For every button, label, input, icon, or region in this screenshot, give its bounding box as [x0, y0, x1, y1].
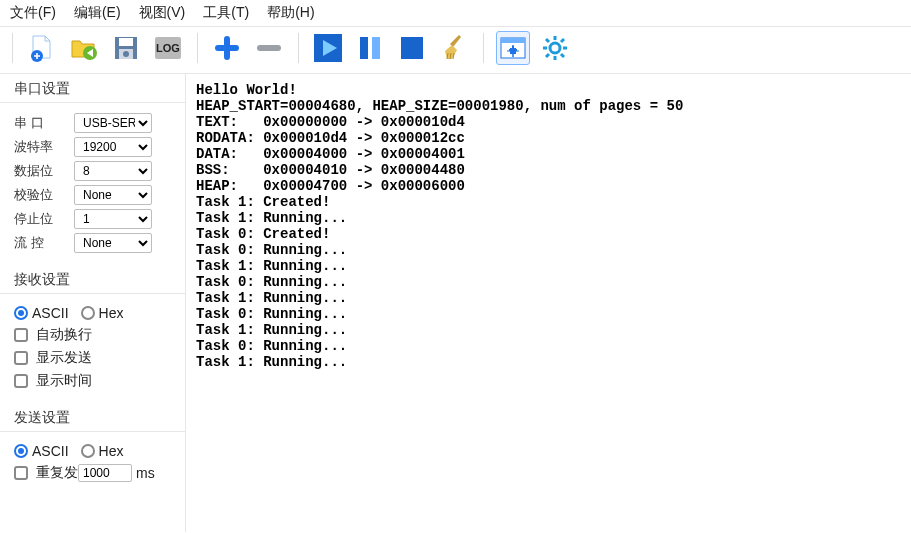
- send-hex-radio[interactable]: [81, 444, 95, 458]
- run-button[interactable]: [311, 31, 345, 65]
- recv-ascii-radio[interactable]: [14, 306, 28, 320]
- plus-icon: [214, 35, 240, 61]
- window-split-icon: [500, 37, 526, 59]
- stop-icon: [398, 34, 426, 62]
- serial-settings-header: 串口设置: [0, 74, 185, 103]
- stopbits-row: 停止位 1: [14, 209, 175, 229]
- toolbar-separator: [12, 33, 13, 63]
- menu-file[interactable]: 文件(F): [10, 4, 56, 22]
- recv-wrap-checkbox[interactable]: [14, 328, 28, 342]
- send-repeat-checkbox[interactable]: [14, 466, 28, 480]
- pause-icon: [356, 34, 384, 62]
- recv-ascii-label: ASCII: [32, 305, 69, 321]
- svg-rect-3: [119, 38, 133, 46]
- send-ascii-label: ASCII: [32, 443, 69, 459]
- stopbits-select[interactable]: 1: [74, 209, 152, 229]
- minus-icon: [256, 35, 282, 61]
- databits-label: 数据位: [14, 162, 66, 180]
- settings-button[interactable]: [538, 31, 572, 65]
- recv-show-send-row[interactable]: 显示发送: [14, 349, 175, 367]
- menu-help[interactable]: 帮助(H): [267, 4, 314, 22]
- save-icon: [113, 35, 139, 61]
- svg-rect-13: [501, 38, 525, 43]
- send-settings-body: ASCII Hex 重复发 ms: [0, 432, 185, 495]
- port-label: 串 口: [14, 114, 66, 132]
- open-folder-icon: [70, 35, 98, 61]
- recv-show-time-label: 显示时间: [36, 372, 92, 390]
- flow-label: 流 控: [14, 234, 66, 252]
- port-row: 串 口 USB-SER: [14, 113, 175, 133]
- parity-row: 校验位 None: [14, 185, 175, 205]
- recv-show-time-checkbox[interactable]: [14, 374, 28, 388]
- menu-edit[interactable]: 编辑(E): [74, 4, 121, 22]
- recv-show-send-label: 显示发送: [36, 349, 92, 367]
- databits-select[interactable]: 8: [74, 161, 152, 181]
- app-body: 串口设置 串 口 USB-SER 波特率 19200 数据位 8 校验位 Non…: [0, 73, 911, 532]
- send-repeat-row: 重复发 ms: [14, 464, 175, 482]
- flow-row: 流 控 None: [14, 233, 175, 253]
- toolbar-separator: [298, 33, 299, 63]
- open-folder-button[interactable]: [67, 31, 101, 65]
- recv-wrap-row[interactable]: 自动换行: [14, 326, 175, 344]
- gear-icon: [541, 34, 569, 62]
- recv-settings-header: 接收设置: [0, 265, 185, 294]
- save-button[interactable]: [109, 31, 143, 65]
- menu-tools[interactable]: 工具(T): [203, 4, 249, 22]
- log-icon: LOG: [154, 36, 182, 60]
- add-button[interactable]: [210, 31, 244, 65]
- databits-row: 数据位 8: [14, 161, 175, 181]
- recv-hex-radio[interactable]: [81, 306, 95, 320]
- send-ascii-radio[interactable]: [14, 444, 28, 458]
- baud-label: 波特率: [14, 138, 66, 156]
- clear-button[interactable]: [437, 31, 471, 65]
- pause-button[interactable]: [353, 31, 387, 65]
- stop-button[interactable]: [395, 31, 429, 65]
- svg-point-5: [123, 51, 129, 57]
- send-format-row: ASCII Hex: [14, 443, 175, 459]
- sidebar: 串口设置 串 口 USB-SER 波特率 19200 数据位 8 校验位 Non…: [0, 74, 186, 532]
- broom-icon: [441, 33, 467, 63]
- new-file-button[interactable]: [25, 31, 59, 65]
- new-file-icon: [29, 34, 55, 62]
- toolbar-separator: [197, 33, 198, 63]
- parity-select[interactable]: None: [74, 185, 152, 205]
- svg-text:LOG: LOG: [156, 42, 180, 54]
- recv-show-time-row[interactable]: 显示时间: [14, 372, 175, 390]
- send-repeat-unit: ms: [136, 465, 155, 481]
- menu-view[interactable]: 视图(V): [139, 4, 186, 22]
- baud-row: 波特率 19200: [14, 137, 175, 157]
- svg-point-15: [550, 43, 560, 53]
- remove-button[interactable]: [252, 31, 286, 65]
- baud-select[interactable]: 19200: [74, 137, 152, 157]
- send-settings-header: 发送设置: [0, 403, 185, 432]
- serial-settings-body: 串 口 USB-SER 波特率 19200 数据位 8 校验位 None 停止位…: [0, 103, 185, 265]
- play-icon: [314, 34, 342, 62]
- console-output: Hello World! HEAP_START=00004680, HEAP_S…: [186, 74, 911, 532]
- recv-hex-label: Hex: [99, 305, 124, 321]
- svg-rect-11: [401, 37, 423, 59]
- stopbits-label: 停止位: [14, 210, 66, 228]
- toolbar-separator: [483, 33, 484, 63]
- recv-show-send-checkbox[interactable]: [14, 351, 28, 365]
- toolbar: LOG: [0, 26, 911, 73]
- window-mode-button[interactable]: [496, 31, 530, 65]
- menubar: 文件(F) 编辑(E) 视图(V) 工具(T) 帮助(H): [0, 0, 911, 26]
- recv-format-row: ASCII Hex: [14, 305, 175, 321]
- send-repeat-input[interactable]: [78, 464, 132, 482]
- flow-select[interactable]: None: [74, 233, 152, 253]
- send-hex-label: Hex: [99, 443, 124, 459]
- send-repeat-label: 重复发: [36, 464, 78, 482]
- svg-rect-10: [372, 37, 380, 59]
- log-button[interactable]: LOG: [151, 31, 185, 65]
- svg-rect-9: [360, 37, 368, 59]
- recv-settings-body: ASCII Hex 自动换行 显示发送 显示时间: [0, 294, 185, 403]
- parity-label: 校验位: [14, 186, 66, 204]
- recv-wrap-label: 自动换行: [36, 326, 92, 344]
- port-select[interactable]: USB-SER: [74, 113, 152, 133]
